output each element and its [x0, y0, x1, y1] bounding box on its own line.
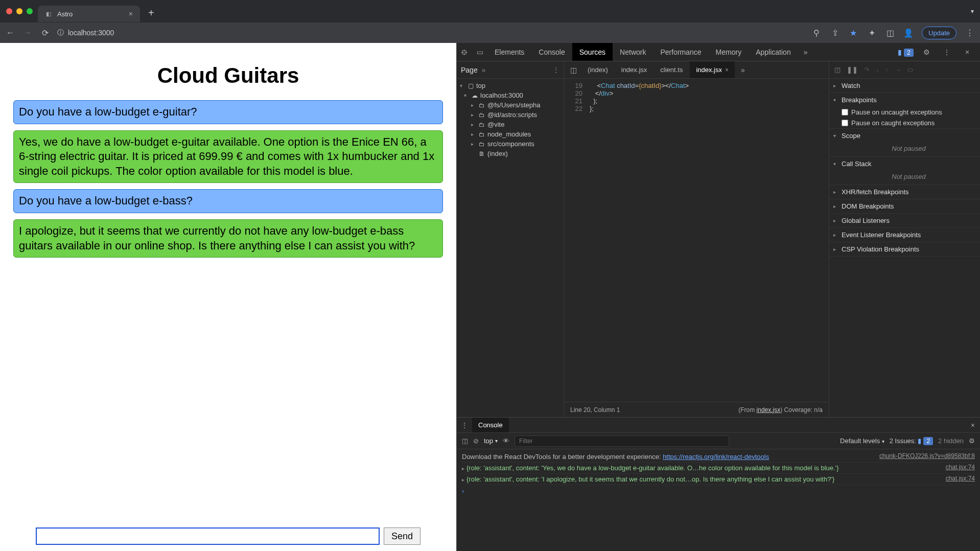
deactivate-bp-icon[interactable]: ⬭ [907, 66, 913, 74]
hidden-count: 2 hidden [938, 437, 964, 445]
url-field[interactable]: ⓘ localhost:3000 [57, 28, 114, 37]
extensions-icon[interactable]: ✦ [867, 28, 877, 38]
tree-file[interactable]: 🗎(index) [457, 149, 564, 158]
bookmark-icon[interactable]: ★ [848, 28, 858, 38]
drawer-tab-console[interactable]: Console [472, 418, 509, 432]
editor-status-bar: Line 20, Column 1 (From index.jsx) Cover… [564, 402, 829, 417]
tree-host[interactable]: ▾☁localhost:3000 [457, 90, 564, 100]
inspect-icon[interactable]: ⯐ [457, 48, 472, 56]
tree-folder[interactable]: ▸🗀src/components [457, 139, 564, 149]
editor-tab[interactable]: index.jsx× [690, 61, 735, 78]
debugger-pane: ◫ ❚❚ ↷ ↓ ↑ → ⬭ ▸Watch ▾Breakpoints Pause… [829, 61, 980, 417]
tree-folder[interactable]: ▸🗀@vite [457, 120, 564, 129]
section-scope[interactable]: ▾Scope [829, 129, 980, 143]
step-out-icon[interactable]: ↑ [885, 66, 889, 74]
sidepanel-icon[interactable]: ◫ [885, 28, 895, 38]
navigator-tab-page[interactable]: Page [461, 66, 478, 74]
console-log-line[interactable]: chat.jsx:74▸{role: 'assistant', content:… [462, 474, 975, 485]
devtools-tab-sources[interactable]: Sources [572, 43, 613, 61]
tree-folder[interactable]: ▸🗀@id/astro:scripts [457, 110, 564, 120]
device-icon[interactable]: ▭ [472, 48, 487, 56]
console-filter-input[interactable] [515, 435, 729, 447]
back-icon[interactable]: ← [5, 28, 15, 37]
section-listeners[interactable]: ▸Global Listeners [829, 214, 980, 227]
pause-icon[interactable]: ❚❚ [847, 66, 858, 74]
console-log-line[interactable]: chunk-DFKOJ226.js?v=d89583bf:8Download t… [462, 451, 975, 463]
tab-title: Astro [57, 10, 73, 18]
section-breakpoints[interactable]: ▾Breakpoints [829, 93, 980, 107]
close-tab-icon[interactable]: × [129, 10, 133, 18]
chat-message-bot: I apologize, but it seems that we curren… [13, 219, 443, 258]
scope-body: Not paused [829, 143, 980, 156]
context-selector[interactable]: top ▾ [484, 437, 498, 445]
issues-count[interactable]: 2 Issues: ▮2 [890, 437, 933, 445]
editor-tab[interactable]: index.jsx [615, 61, 654, 78]
browser-tab[interactable]: ◧ Astro × [38, 6, 140, 22]
drawer-menu-icon[interactable]: ⋮ [457, 421, 472, 429]
step-into-icon[interactable]: ↓ [876, 66, 879, 74]
forward-icon[interactable]: → [22, 28, 33, 37]
step-over-icon[interactable]: ↷ [864, 66, 870, 74]
log-levels-selector[interactable]: Default levels ▾ [840, 437, 884, 445]
section-evt-bp[interactable]: ▸Event Listener Breakpoints [829, 228, 980, 242]
more-tabs-icon[interactable]: » [798, 48, 813, 56]
tree-folder[interactable]: ▸🗀node_modules [457, 129, 564, 139]
navigator-menu-icon[interactable]: ⋮ [552, 66, 559, 74]
live-expression-icon[interactable]: 👁 [503, 437, 509, 445]
share-icon[interactable]: ⇪ [830, 28, 840, 38]
section-dom-bp[interactable]: ▸DOM Breakpoints [829, 199, 980, 213]
new-tab-button[interactable]: + [148, 7, 154, 19]
page-viewport: Cloud Guitars Do you have a low-budget e… [0, 43, 456, 551]
tree-top[interactable]: ▾▢top [457, 81, 564, 90]
update-button[interactable]: Update [922, 27, 956, 39]
section-callstack[interactable]: ▾Call Stack [829, 157, 980, 171]
editor-tab[interactable]: client.ts [654, 61, 689, 78]
toggle-navigator-icon[interactable]: ◫ [566, 66, 580, 74]
devtools: ⯐ ▭ ElementsConsoleSourcesNetworkPerform… [456, 43, 980, 551]
menu-icon[interactable]: ⋮ [965, 28, 975, 38]
devtools-tab-network[interactable]: Network [613, 43, 653, 61]
more-editor-tabs-icon[interactable]: » [736, 66, 750, 74]
settings-icon[interactable]: ⚙ [919, 48, 934, 56]
close-devtools-icon[interactable]: × [960, 48, 975, 56]
profile-icon[interactable]: 👤 [903, 28, 914, 38]
step-icon[interactable]: → [895, 66, 901, 74]
minimize-window-icon[interactable] [16, 8, 22, 14]
console-output[interactable]: chunk-DFKOJ226.js?v=d89583bf:8Download t… [457, 449, 980, 551]
tree-folder[interactable]: ▸🗀@fs/Users/stepha [457, 100, 564, 110]
close-drawer-icon[interactable]: × [971, 421, 980, 429]
maximize-window-icon[interactable] [27, 8, 33, 14]
code-area[interactable]: <Chat chatId={chatId}></Chat> </div> ); … [587, 79, 829, 402]
more-navigator-icon[interactable]: » [482, 66, 486, 74]
reload-icon[interactable]: ⟳ [40, 28, 50, 38]
send-button[interactable]: Send [384, 527, 421, 545]
close-window-icon[interactable] [6, 8, 12, 14]
devtools-tab-performance[interactable]: Performance [653, 43, 708, 61]
toggle-debugger-icon[interactable]: ◫ [834, 66, 841, 74]
search-icon[interactable]: ⚲ [811, 28, 822, 38]
pause-caught-checkbox[interactable]: Pause on caught exceptions [829, 118, 980, 128]
console-settings-icon[interactable]: ⚙ [969, 437, 975, 445]
site-info-icon[interactable]: ⓘ [57, 28, 64, 37]
console-prompt[interactable]: › [462, 485, 975, 497]
devtools-tab-console[interactable]: Console [531, 43, 572, 61]
tabs-menu-icon[interactable]: ▾ [971, 8, 974, 15]
devtools-tab-elements[interactable]: Elements [487, 43, 531, 61]
devtools-tabbar: ⯐ ▭ ElementsConsoleSourcesNetworkPerform… [457, 43, 980, 61]
chat-input[interactable] [36, 527, 380, 545]
url-text: localhost:3000 [68, 29, 114, 37]
pause-uncaught-checkbox[interactable]: Pause on uncaught exceptions [829, 107, 980, 118]
kebab-icon[interactable]: ⋮ [939, 48, 954, 56]
issues-indicator[interactable]: ▮2 [898, 48, 914, 56]
clear-console-icon[interactable]: ⊘ [473, 437, 479, 445]
console-sidebar-icon[interactable]: ◫ [462, 437, 468, 445]
devtools-tab-memory[interactable]: Memory [709, 43, 749, 61]
devtools-tab-application[interactable]: Application [749, 43, 798, 61]
editor-tab[interactable]: (index) [581, 61, 614, 78]
cursor-position: Line 20, Column 1 [570, 406, 620, 414]
console-log-line[interactable]: chat.jsx:74▸{role: 'assistant', content:… [462, 463, 975, 474]
section-xhr-bp[interactable]: ▸XHR/fetch Breakpoints [829, 185, 980, 199]
section-csp-bp[interactable]: ▸CSP Violation Breakpoints [829, 242, 980, 256]
section-watch[interactable]: ▸Watch [829, 79, 980, 93]
sources-editor: ◫ (index)index.jsxclient.tsindex.jsx×» 1… [564, 61, 829, 417]
